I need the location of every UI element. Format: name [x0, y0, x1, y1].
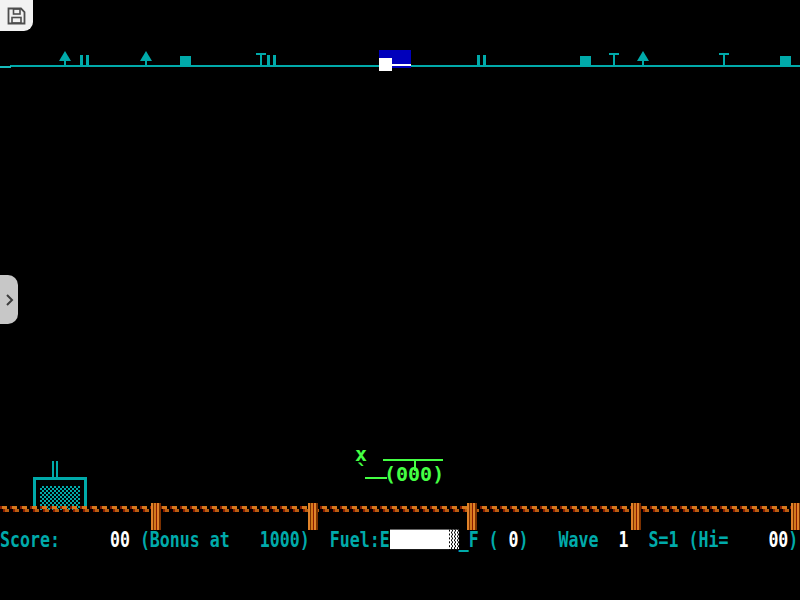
fence-post [631, 503, 641, 530]
pillars-shape [267, 55, 270, 66]
status-segment: S=1 (Hi= [629, 527, 769, 552]
fuel-gauge [390, 530, 459, 550]
fuel-gauge-dither [449, 530, 459, 550]
save-button[interactable] [0, 0, 33, 31]
helicopter-main-rotor [383, 459, 443, 461]
bunker-building [379, 50, 411, 71]
game-screen: x ` (000) Score: 00 (Bonus at 1000) Fuel… [0, 0, 800, 600]
tree-shape [59, 51, 71, 61]
block-shape [580, 56, 591, 67]
tree-shape [64, 61, 66, 65]
bunker-strip [392, 64, 411, 66]
pillars-shape [80, 55, 83, 66]
pillars-shape [483, 55, 486, 66]
depot-chimney [52, 461, 54, 477]
status-segment: ) [788, 527, 798, 552]
skyline-ground-line-end [0, 66, 11, 68]
status-segment: 0 [509, 527, 519, 552]
status-segment: 00 [110, 527, 130, 552]
depot-chimney [56, 461, 58, 477]
status-segment: Score: [0, 527, 60, 552]
status-segment: _F ( [459, 527, 509, 552]
status-segment: 1 [619, 527, 629, 552]
bunker-pad [379, 58, 392, 71]
tree-shape [642, 61, 644, 65]
status-segment: (Bonus at 1000) Fuel:E [130, 527, 390, 552]
tree-shape [140, 51, 152, 61]
chevron-right-icon [5, 293, 14, 307]
fence-post [791, 503, 800, 530]
fuel-gauge-fill [390, 530, 449, 550]
block-shape [180, 56, 191, 67]
expand-sidebar-button[interactable] [0, 275, 18, 324]
tree-shape [637, 51, 649, 61]
helicopter-body: (000) [384, 464, 444, 484]
fence-post [151, 503, 161, 530]
status-segment: ) Wave [519, 527, 619, 552]
block-shape [780, 56, 791, 67]
pillars-shape [86, 55, 89, 66]
pillars-shape [273, 55, 276, 66]
floppy-disk-icon [7, 7, 26, 25]
fence-post [467, 503, 477, 530]
fence-post [308, 503, 318, 530]
antenna-shape [260, 53, 262, 66]
status-segment [60, 527, 110, 552]
antenna-shape [723, 53, 725, 66]
pillars-shape [477, 55, 480, 66]
ground-line-bottom [0, 509, 800, 512]
tree-shape [145, 61, 147, 65]
antenna-shape [613, 53, 615, 66]
status-bar: Score: 00 (Bonus at 1000) Fuel:E_F ( 0) … [0, 527, 798, 552]
status-segment: 00 [768, 527, 788, 552]
